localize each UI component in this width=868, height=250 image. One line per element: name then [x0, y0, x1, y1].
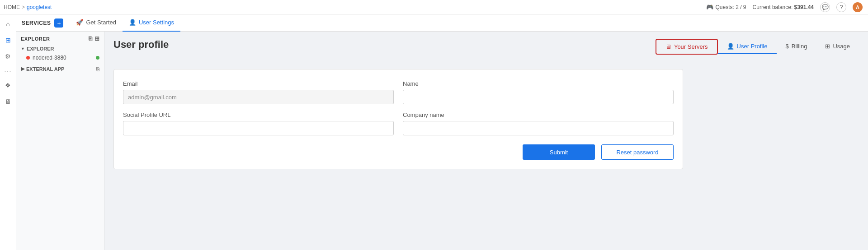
nav-billing[interactable]: $ Billing	[777, 39, 816, 54]
billing-icon: $	[786, 43, 789, 50]
explorer-label: EXPLORER	[21, 36, 50, 42]
sidebar-plugins-icon[interactable]: ❖	[1, 79, 15, 92]
user-profile-form: Email Name Social Profile URL	[113, 69, 683, 169]
user-settings-icon: 👤	[129, 19, 136, 26]
explorer-panel: EXPLORER ⎘ ⊞ ▼ EXPLORER nodered-3880 ▶	[16, 32, 104, 250]
balance-value: $391.44	[794, 4, 814, 10]
services-add-button[interactable]: +	[54, 19, 63, 28]
name-field[interactable]	[403, 90, 674, 104]
get-started-icon: 🚀	[76, 19, 83, 26]
explorer-section-explorer[interactable]: ▼ EXPLORER	[16, 45, 104, 53]
tab-get-started[interactable]: 🚀 Get Started	[70, 14, 122, 32]
node-item-label: nodered-3880	[33, 55, 66, 61]
nav-user-profile[interactable]: 👤 User Profile	[718, 39, 777, 54]
email-field[interactable]	[123, 90, 394, 104]
node-status-green	[96, 56, 99, 60]
sidebar-monitor-icon[interactable]: 🖥	[1, 95, 15, 108]
node-status-dot	[26, 56, 30, 60]
usage-icon: ⊞	[825, 43, 830, 50]
name-label: Name	[403, 80, 674, 87]
social-group: Social Profile URL	[123, 111, 394, 135]
company-group: Company name	[403, 111, 674, 135]
form-actions: Submit Reset password	[123, 144, 674, 160]
profile-icon: 👤	[727, 43, 734, 50]
explorer-section-label: EXPLORER	[27, 46, 54, 51]
nav-your-servers[interactable]: 🖥 Your Servers	[656, 39, 718, 55]
external-copy-icon[interactable]: ⎘	[96, 66, 99, 72]
services-tabbar: SERVICES + 🚀 Get Started 👤 User Settings	[16, 14, 868, 32]
balance-area: Current balance: $391.44	[753, 4, 814, 10]
help-icon[interactable]: ?	[836, 2, 846, 12]
main-content: User profile 🖥 Your Servers 👤 User Profi…	[104, 32, 868, 250]
home-link[interactable]: HOME	[4, 4, 20, 10]
page-nav: 🖥 Your Servers 👤 User Profile $ Billing	[656, 39, 859, 55]
social-label: Social Profile URL	[123, 111, 394, 118]
sidebar-more-icon[interactable]: ···	[4, 68, 11, 76]
explorer-grid-icon[interactable]: ⊞	[94, 35, 100, 42]
tab-get-started-label: Get Started	[86, 19, 116, 26]
quests-label: Quests: 2 / 9	[716, 4, 746, 10]
social-field[interactable]	[123, 121, 394, 135]
explorer-node-item[interactable]: nodered-3880	[16, 53, 104, 63]
company-label: Company name	[403, 111, 674, 118]
email-group: Email	[123, 80, 394, 104]
nav-usage-label: Usage	[833, 43, 850, 50]
explorer-copy-icon[interactable]: ⎘	[89, 35, 93, 42]
submit-button[interactable]: Submit	[523, 144, 595, 160]
email-label: Email	[123, 80, 394, 87]
nav-billing-label: Billing	[792, 43, 807, 50]
tab-user-settings-label: User Settings	[139, 19, 174, 26]
external-section-label: EXTERNAL APP	[26, 66, 64, 72]
current-project[interactable]: googletest	[27, 4, 52, 10]
form-row-1: Email Name	[123, 80, 674, 104]
sidebar-grid-icon[interactable]: ⊞	[1, 33, 15, 47]
balance-label: Current balance:	[753, 4, 793, 10]
tab-user-settings[interactable]: 👤 User Settings	[123, 14, 180, 32]
sidebar-settings-icon[interactable]: ⚙	[1, 50, 15, 63]
servers-icon: 🖥	[665, 43, 671, 50]
sidebar-home-icon[interactable]: ⌂	[1, 17, 15, 31]
name-group: Name	[403, 80, 674, 104]
quests-area[interactable]: 🎮 Quests: 2 / 9	[706, 4, 746, 10]
chevron-icon: ▼	[21, 46, 25, 51]
services-label: SERVICES	[22, 20, 51, 26]
form-row-2: Social Profile URL Company name	[123, 111, 674, 135]
explorer-external-section[interactable]: ▶ EXTERNAL APP ⎘	[16, 65, 104, 73]
reset-password-button[interactable]: Reset password	[601, 144, 674, 160]
breadcrumb: HOME > googletest	[4, 4, 52, 10]
quest-icon: 🎮	[706, 4, 713, 10]
nav-user-profile-label: User Profile	[737, 43, 768, 50]
company-field[interactable]	[403, 121, 674, 135]
nav-usage[interactable]: ⊞ Usage	[816, 39, 859, 54]
nav-your-servers-label: Your Servers	[674, 43, 708, 50]
breadcrumb-sep: >	[22, 4, 25, 10]
sidebar-icon-strip: ⌂ ⊞ ⚙ ··· ❖ 🖥	[0, 14, 16, 250]
avatar[interactable]: A	[853, 2, 863, 12]
page-title: User profile	[113, 39, 169, 51]
chevron-ext-icon: ▶	[21, 66, 24, 72]
discord-icon[interactable]: 💬	[820, 2, 830, 12]
